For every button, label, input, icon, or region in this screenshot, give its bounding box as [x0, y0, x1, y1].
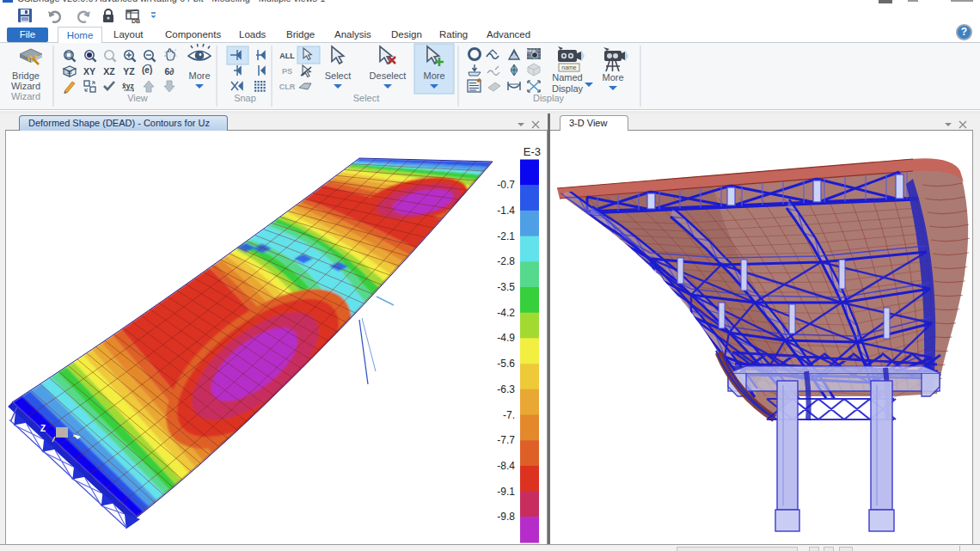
- svg-text:Bridge: Bridge: [12, 70, 40, 81]
- svg-text:View: View: [127, 93, 148, 103]
- svg-text:XY: XY: [83, 66, 95, 77]
- svg-text:Select: Select: [353, 93, 380, 103]
- svg-text:Wizard: Wizard: [11, 91, 40, 101]
- svg-text:More: More: [602, 72, 623, 83]
- svg-text:XZ: XZ: [103, 66, 115, 77]
- svg-text:PS: PS: [282, 67, 292, 76]
- svg-text:More: More: [188, 70, 210, 81]
- svg-text:6∂: 6∂: [164, 66, 174, 77]
- svg-text:Named: Named: [552, 72, 582, 83]
- svg-text:Snap: Snap: [234, 93, 256, 103]
- svg-text:x̂yz: x̂yz: [122, 82, 134, 90]
- svg-text:Select: Select: [325, 70, 352, 81]
- svg-text:(e): (e): [142, 65, 152, 75]
- svg-text:Display: Display: [533, 93, 565, 103]
- svg-text:ALL: ALL: [279, 52, 295, 60]
- svg-text:bmp: bmp: [527, 48, 536, 53]
- svg-text:CLR: CLR: [279, 83, 296, 91]
- svg-text:3d: 3d: [67, 70, 72, 75]
- svg-text:Wizard: Wizard: [11, 81, 40, 91]
- svg-text:Deselect: Deselect: [370, 70, 407, 81]
- svg-text:YZ: YZ: [123, 66, 135, 77]
- svg-text:More: More: [423, 70, 444, 81]
- svg-text:DB: DB: [132, 18, 140, 24]
- svg-text:name: name: [561, 64, 577, 70]
